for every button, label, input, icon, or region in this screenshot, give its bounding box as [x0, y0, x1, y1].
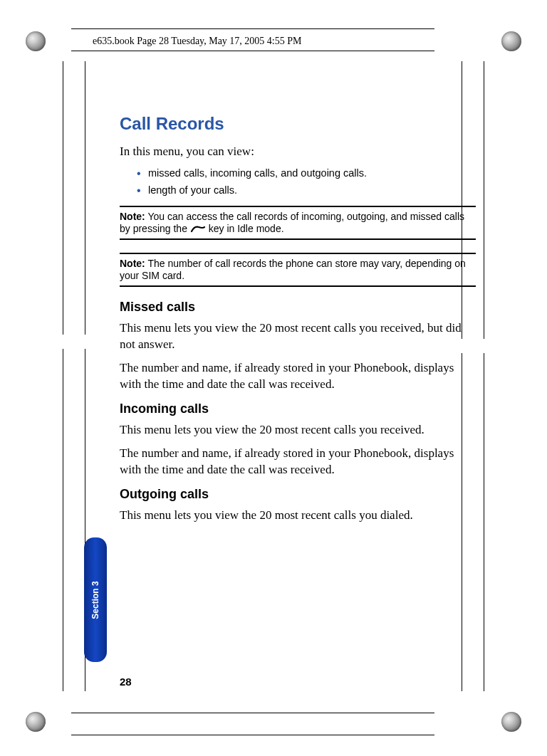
body-text: The number and name, if already stored i… — [120, 360, 476, 393]
body-text: The number and name, if already stored i… — [120, 446, 476, 478]
crop-mark — [63, 61, 63, 691]
subheading-outgoing: Outgoing calls — [120, 487, 476, 502]
crop-mark — [71, 735, 434, 735]
crop-mark-gap — [61, 335, 87, 349]
page-content: Call Records In this menu, you can view:… — [120, 114, 476, 530]
note-block: Note: You can access the call records of… — [120, 206, 476, 240]
crop-mark — [71, 28, 434, 29]
crop-mark — [71, 51, 434, 51]
screw-icon — [26, 31, 46, 51]
file-header-info: e635.book Page 28 Tuesday, May 17, 2005 … — [93, 36, 302, 47]
list-item: length of your calls. — [140, 184, 476, 196]
note-label: Note: — [120, 258, 145, 269]
section-tab: Section 3 — [84, 537, 107, 662]
note-text: The number of call records the phone can… — [120, 258, 466, 282]
note-text: key in Idle mode. — [206, 223, 284, 234]
note-block: Note: The number of call records the pho… — [120, 253, 476, 287]
crop-mark — [71, 713, 434, 713]
page-number: 28 — [120, 676, 132, 688]
body-text: This menu lets you view the 20 most rece… — [120, 320, 476, 353]
page-title: Call Records — [120, 114, 476, 134]
intro-text: In this menu, you can view: — [120, 144, 476, 160]
note-label: Note: — [120, 211, 145, 222]
section-tab-label: Section 3 — [90, 581, 100, 619]
screw-icon — [501, 31, 521, 51]
note-text: You can access the call records of incom… — [120, 211, 464, 235]
body-text: This menu lets you view the 20 most rece… — [120, 508, 476, 524]
crop-mark — [484, 61, 484, 691]
bullet-list: missed calls, incoming calls, and outgoi… — [140, 167, 476, 196]
send-key-icon — [190, 225, 206, 233]
list-item: missed calls, incoming calls, and outgoi… — [140, 167, 476, 179]
screw-icon — [501, 712, 521, 732]
body-text: This menu lets you view the 20 most rece… — [120, 422, 476, 439]
subheading-missed: Missed calls — [120, 300, 476, 315]
subheading-incoming: Incoming calls — [120, 401, 476, 416]
screw-icon — [26, 712, 46, 732]
